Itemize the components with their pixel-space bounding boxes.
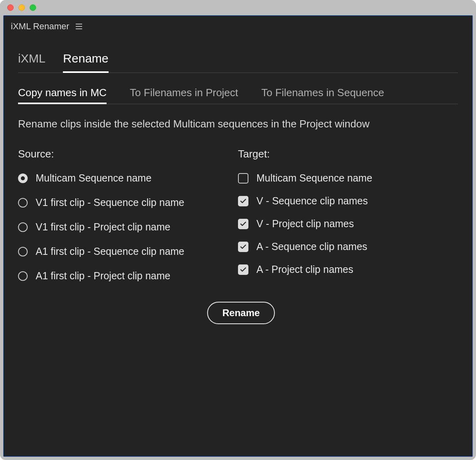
- tab-label: To Filenames in Sequence: [261, 87, 384, 99]
- option-label: V1 first clip - Sequence clip name: [36, 197, 184, 208]
- source-option-a1-project-clip-name[interactable]: A1 first clip - Project clip name: [18, 270, 238, 282]
- target-column: Target: Multicam Sequence name V - Seque…: [238, 148, 458, 295]
- target-option-v-project-clip-names[interactable]: V - Project clip names: [238, 218, 458, 230]
- radio-icon: [18, 198, 28, 208]
- subtab-to-filenames-in-sequence[interactable]: To Filenames in Sequence: [261, 87, 384, 104]
- source-heading: Source:: [18, 148, 238, 160]
- source-option-v1-sequence-clip-name[interactable]: V1 first clip - Sequence clip name: [18, 197, 238, 208]
- option-label: A1 first clip - Project clip name: [36, 270, 170, 282]
- target-option-v-sequence-clip-names[interactable]: V - Sequence clip names: [238, 195, 458, 207]
- target-option-a-sequence-clip-names[interactable]: A - Sequence clip names: [238, 241, 458, 252]
- target-option-multicam-sequence-name[interactable]: Multicam Sequence name: [238, 172, 458, 184]
- panel-menu-icon[interactable]: [75, 22, 83, 30]
- app-frame: iXML Renamer iXML Rename Copy names in M…: [3, 15, 473, 457]
- window-close-button[interactable]: [7, 4, 14, 11]
- description-text: Rename clips inside the selected Multica…: [18, 118, 458, 130]
- app-window: iXML Renamer iXML Rename Copy names in M…: [0, 0, 476, 460]
- option-label: V1 first clip - Project clip name: [36, 221, 170, 233]
- source-option-a1-sequence-clip-name[interactable]: A1 first clip - Sequence clip name: [18, 246, 238, 257]
- subtab-to-filenames-in-project[interactable]: To Filenames in Project: [130, 87, 238, 104]
- radio-icon: [18, 174, 28, 183]
- checkbox-icon: [238, 242, 248, 252]
- tab-label: iXML: [18, 52, 45, 65]
- radio-icon: [18, 222, 28, 232]
- window-zoom-button[interactable]: [30, 4, 36, 11]
- panel-header: iXML Renamer: [4, 16, 472, 52]
- main-content: iXML Rename Copy names in MC To Filename…: [4, 52, 472, 324]
- target-heading: Target:: [238, 148, 458, 160]
- option-label: V - Project clip names: [256, 218, 354, 230]
- radio-icon: [18, 271, 28, 281]
- checkbox-icon: [238, 196, 248, 206]
- option-label: Multicam Sequence name: [256, 172, 372, 184]
- subtab-copy-names-in-mc[interactable]: Copy names in MC: [18, 87, 107, 104]
- panel-title: iXML Renamer: [11, 21, 69, 32]
- source-column: Source: Multicam Sequence name V1 first …: [18, 148, 238, 295]
- source-option-v1-project-clip-name[interactable]: V1 first clip - Project clip name: [18, 221, 238, 233]
- tab-label: To Filenames in Project: [130, 87, 238, 99]
- window-minimize-button[interactable]: [18, 4, 25, 11]
- checkbox-icon: [238, 173, 248, 184]
- rename-button[interactable]: Rename: [207, 302, 275, 324]
- option-label: A - Sequence clip names: [256, 241, 367, 252]
- target-option-a-project-clip-names[interactable]: A - Project clip names: [238, 264, 458, 275]
- tab-label: Copy names in MC: [18, 87, 107, 99]
- titlebar: [0, 0, 476, 15]
- option-label: A1 first clip - Sequence clip name: [36, 246, 184, 257]
- source-option-multicam-sequence-name[interactable]: Multicam Sequence name: [18, 172, 238, 184]
- option-label: Multicam Sequence name: [36, 172, 151, 184]
- tab-rename[interactable]: Rename: [63, 52, 108, 73]
- tab-label: Rename: [63, 52, 108, 65]
- tabs-secondary: Copy names in MC To Filenames in Project…: [18, 87, 458, 104]
- checkbox-icon: [238, 219, 248, 229]
- option-label: V - Sequence clip names: [256, 195, 368, 207]
- tab-ixml[interactable]: iXML: [18, 52, 45, 73]
- option-label: A - Project clip names: [256, 264, 353, 275]
- action-row: Rename: [18, 302, 458, 324]
- tabs-primary: iXML Rename: [18, 52, 458, 73]
- checkbox-icon: [238, 264, 248, 275]
- columns: Source: Multicam Sequence name V1 first …: [18, 148, 458, 295]
- radio-icon: [18, 247, 28, 256]
